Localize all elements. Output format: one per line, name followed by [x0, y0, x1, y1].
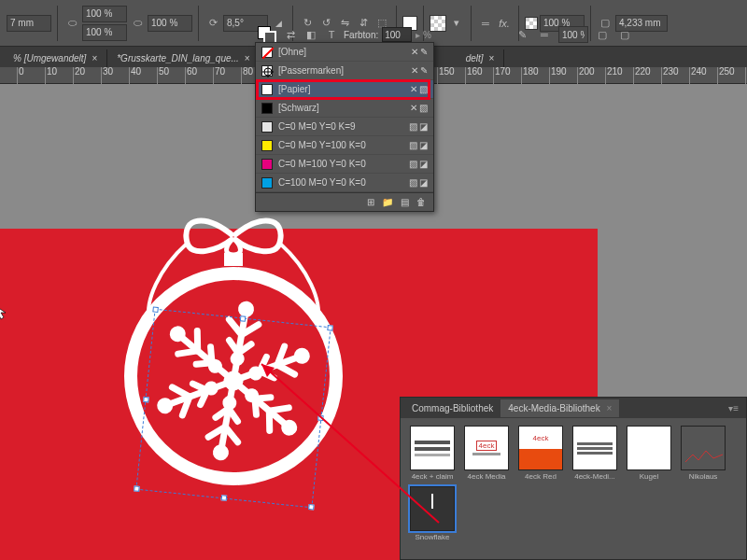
stroke-swatch[interactable]	[430, 15, 446, 32]
mm-field[interactable]	[7, 15, 51, 32]
tab-other[interactable]: delt]×	[457, 49, 505, 67]
secondary-row-right: ✎═ ▢▢	[514, 26, 633, 43]
swatch-row[interactable]: C=0 M=0 Y=100 K=0▧◪	[256, 136, 433, 155]
swatch-row[interactable]: C=100 M=0 Y=0 K=0▧◪	[256, 174, 433, 192]
panel-menu-icon[interactable]: ▾≡	[728, 403, 739, 413]
delete-icon[interactable]: 🗑	[416, 197, 426, 207]
ruler-tick: 80	[241, 67, 253, 84]
svg-rect-0	[224, 253, 243, 266]
swap-icon[interactable]: ⇄	[282, 26, 299, 43]
ruler-tick: 50	[157, 67, 169, 84]
ruler-tick: 220	[633, 67, 651, 84]
library-thumb[interactable]: 4eck	[464, 426, 509, 470]
rotate-icon: ⟳	[204, 15, 221, 32]
svg-point-10	[207, 384, 216, 392]
show-options-icon[interactable]: ⊞	[367, 197, 374, 207]
swatch-row[interactable]: C=0 M=0 Y=0 K=9▧◪	[256, 118, 433, 136]
swatch-name: [Schwarz]	[278, 103, 404, 113]
chain-icon[interactable]: ⬭	[129, 15, 146, 32]
library-caption: 4eck Media	[462, 472, 511, 481]
ruler-tick: 70	[213, 67, 225, 84]
dropdown-icon[interactable]: ▾	[448, 15, 465, 32]
swatch-name: C=100 M=0 Y=0 K=0	[278, 177, 403, 188]
scale-field[interactable]	[148, 15, 192, 32]
close-icon[interactable]: ×	[604, 403, 613, 413]
close-icon[interactable]: ×	[489, 53, 495, 63]
library-item[interactable]: 4eck4eck Media	[462, 426, 511, 481]
new-swatch-icon[interactable]: ▤	[401, 197, 409, 207]
swatch-chip	[261, 140, 273, 151]
swatch-chip	[261, 103, 273, 114]
tab-grusskarte[interactable]: *Grusskarte_DIN_lang_que...×	[107, 49, 260, 67]
library-caption: 4eck-Medi...	[571, 472, 619, 481]
swatch-chip	[261, 47, 273, 58]
swatch-row[interactable]: [Ohne]✕✎	[256, 43, 433, 62]
close-icon[interactable]: ×	[245, 53, 250, 63]
ruler-tick: 180	[521, 67, 539, 84]
swatch-chip	[261, 84, 273, 95]
ruler-tick: 150	[437, 67, 455, 84]
ruler-tick: 210	[605, 67, 623, 84]
swatch-name: [Papier]	[278, 84, 404, 94]
swatch-chip	[261, 121, 273, 133]
ruler-tick: 170	[493, 67, 511, 84]
ruler-tick: 10	[45, 67, 57, 84]
library-caption: Kugel	[625, 472, 673, 481]
swatch-type-icons: ▧◪	[409, 177, 428, 188]
swatch-type-icons: ✕✎	[411, 65, 428, 76]
library-panel: Commag-Bibliothek 4eck-Media-Bibliothek …	[400, 397, 747, 560]
swatch-name: C=0 M=100 Y=0 K=0	[278, 159, 403, 169]
stroke-style-icon[interactable]: ═	[477, 15, 494, 32]
library-caption: 4eck Red	[516, 472, 565, 481]
ruler-tick: 190	[549, 67, 567, 84]
library-thumb[interactable]	[681, 426, 726, 470]
swatch-chip	[261, 65, 273, 77]
swatches-panel: [Ohne]✕✎[Passermarken]✕✎[Papier]✕▧[Schwa…	[255, 42, 434, 212]
farbton-row: ⇄ ◧ T Farbton: ▸ %	[258, 26, 431, 43]
farbton-field[interactable]	[382, 27, 412, 42]
library-caption: Nikolaus	[679, 472, 727, 481]
swatch-type-icons: ✕✎	[411, 47, 428, 57]
swatch-name: C=0 M=0 Y=0 K=9	[278, 121, 403, 132]
ruler-tick: 160	[465, 67, 483, 84]
swatch-type-icons: ▧◪	[409, 121, 428, 132]
svg-point-8	[226, 373, 241, 388]
library-thumb[interactable]	[627, 426, 671, 470]
ruler-tick: 250	[717, 67, 735, 84]
scale-y-field[interactable]	[82, 24, 127, 41]
close-icon[interactable]: ×	[92, 53, 97, 63]
svg-line-15	[262, 48, 274, 59]
svg-point-13	[225, 399, 233, 407]
library-thumb[interactable]	[572, 426, 617, 470]
swatch-type-icons: ▧◪	[409, 140, 428, 150]
new-folder-icon[interactable]: 📁	[382, 197, 393, 207]
lib-tab-4eck[interactable]: 4eck-Media-Bibliothek ×	[500, 399, 619, 417]
swatch-name: [Ohne]	[278, 47, 405, 57]
chain-icon[interactable]: ⬭	[63, 15, 80, 32]
ruler-tick: 40	[129, 67, 141, 84]
swatch-footer: ⊞ 📁 ▤ 🗑	[256, 192, 433, 211]
pct-field[interactable]	[558, 26, 588, 43]
swatch-chip	[261, 159, 273, 170]
svg-point-12	[211, 362, 219, 371]
fx-icon[interactable]: fx.	[496, 15, 513, 32]
swatch-row[interactable]: C=0 M=100 Y=0 K=0▧◪	[256, 155, 433, 174]
swatch-type-icons: ▧◪	[409, 159, 428, 169]
swatch-row[interactable]: [Papier]✕▧	[256, 80, 433, 99]
swatch-row[interactable]: [Schwarz]✕▧	[256, 99, 433, 118]
library-item[interactable]: Kugel	[625, 426, 673, 481]
swatch-name: C=0 M=0 Y=100 K=0	[278, 140, 403, 150]
library-item[interactable]: Nikolaus	[679, 426, 727, 481]
library-item[interactable]: 4eck-Medi...	[571, 426, 619, 481]
scale-x-field[interactable]	[82, 6, 127, 22]
swatch-row[interactable]: [Passermarken]✕✎	[256, 62, 433, 80]
tab-umgewandelt[interactable]: % [Umgewandelt]×	[4, 49, 107, 67]
swatch-name: [Passermarken]	[278, 65, 405, 76]
format-icon[interactable]: ◧	[303, 26, 319, 43]
swatch-type-icons: ✕▧	[410, 84, 428, 94]
ruler-tick: 240	[689, 67, 707, 84]
ruler-tick: 30	[101, 67, 113, 84]
svg-point-7	[241, 303, 252, 315]
library-thumb[interactable]: 4eck	[518, 426, 563, 470]
library-item[interactable]: 4eck4eck Red	[516, 426, 565, 481]
